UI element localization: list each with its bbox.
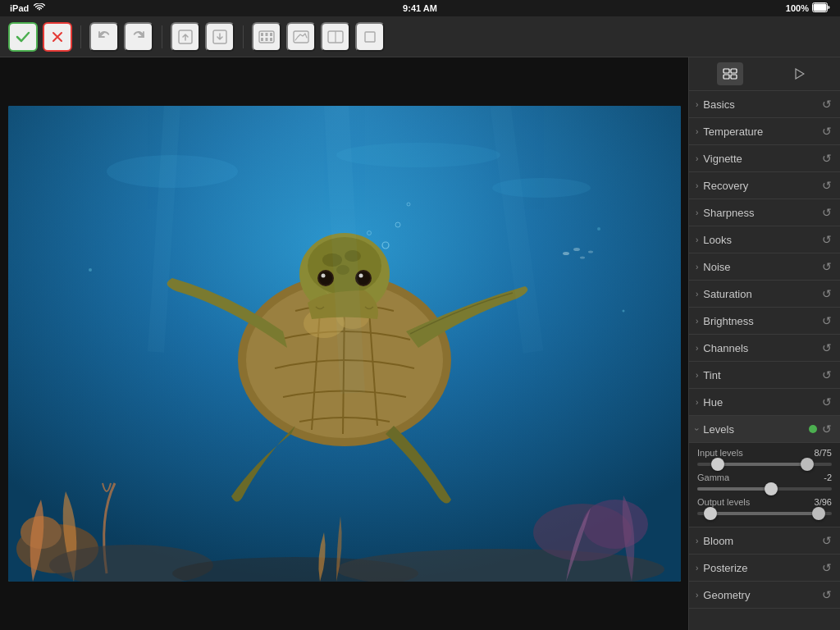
output-levels-thumb-left[interactable] <box>704 507 717 520</box>
panel-item-label: Bloom <box>703 535 820 547</box>
panel-item-recovery[interactable]: › Recovery ↺ <box>689 172 840 199</box>
panel-grid-button[interactable] <box>717 62 743 85</box>
input-levels-label: Input levels <box>697 448 743 458</box>
panel-item-vignette[interactable]: › Vignette ↺ <box>689 145 840 172</box>
panel-item-noise[interactable]: › Noise ↺ <box>689 253 840 281</box>
panel-item-label: Sharpness <box>703 207 820 219</box>
main-content: › Basics ↺ › Temperature ↺ › Vignette ↺ … <box>0 57 840 630</box>
undo-button[interactable] <box>89 22 119 52</box>
gamma-row: Gamma -2 <box>697 472 832 491</box>
panel-item-levels[interactable]: › Levels ↺ <box>689 416 840 443</box>
output-levels-value: 3/96 <box>815 497 832 507</box>
panel-item-hue[interactable]: › Hue ↺ <box>689 389 840 416</box>
output-levels-row: Output levels 3/96 <box>697 497 832 515</box>
device-label: iPad <box>10 3 29 13</box>
panel-items-list: › Basics ↺ › Temperature ↺ › Vignette ↺ … <box>689 91 840 609</box>
reset-button[interactable]: ↺ <box>820 204 833 221</box>
svg-rect-56 <box>731 75 737 79</box>
panel-item-geometry[interactable]: › Geometry ↺ <box>689 582 840 609</box>
panel-item-label: Noise <box>703 261 820 273</box>
status-left: iPad <box>10 3 45 13</box>
reset-button[interactable]: ↺ <box>820 150 833 167</box>
cancel-button[interactable] <box>43 22 72 52</box>
panel-item-temperature[interactable]: › Temperature ↺ <box>689 118 840 145</box>
compare-button[interactable] <box>321 22 350 52</box>
svg-rect-10 <box>270 38 272 41</box>
svg-rect-53 <box>724 69 729 73</box>
reset-button[interactable]: ↺ <box>820 367 833 383</box>
chevron-icon: › <box>696 290 698 299</box>
reset-button[interactable]: ↺ <box>820 258 833 275</box>
gamma-slider[interactable] <box>697 487 832 491</box>
chevron-icon: › <box>696 100 698 109</box>
reset-button[interactable]: ↺ <box>820 96 833 112</box>
svg-point-50 <box>573 248 580 251</box>
svg-point-21 <box>597 227 600 231</box>
panel-item-label: Temperature <box>703 126 820 138</box>
reset-button[interactable]: ↺ <box>820 532 833 549</box>
panel-item-brightness[interactable]: › Brightness ↺ <box>689 308 840 335</box>
reset-button[interactable]: ↺ <box>820 559 833 576</box>
reset-button[interactable]: ↺ <box>820 177 833 194</box>
input-levels-row: Input levels 8/75 <box>697 448 832 466</box>
panel-play-button[interactable] <box>786 62 812 85</box>
reset-button[interactable]: ↺ <box>820 394 833 410</box>
panel-item-channels[interactable]: › Channels ↺ <box>689 335 840 362</box>
crop-button[interactable] <box>355 22 385 52</box>
svg-rect-5 <box>261 33 263 36</box>
active-indicator <box>809 425 817 433</box>
panel-item-tint[interactable]: › Tint ↺ <box>689 362 840 389</box>
status-right: 100% <box>786 2 830 14</box>
svg-point-40 <box>319 272 332 285</box>
input-levels-thumb-right[interactable] <box>801 458 814 471</box>
panel-item-label: Hue <box>703 396 820 409</box>
svg-rect-54 <box>731 69 737 73</box>
filmstrip-button[interactable] <box>252 22 281 52</box>
redo-button[interactable] <box>124 22 153 52</box>
confirm-button[interactable] <box>8 22 38 52</box>
panel-item-saturation[interactable]: › Saturation ↺ <box>689 281 840 308</box>
download-button[interactable] <box>205 22 235 52</box>
svg-rect-1 <box>814 4 827 11</box>
output-levels-label: Output levels <box>697 497 750 507</box>
output-levels-thumb-right[interactable] <box>812 507 825 520</box>
output-levels-slider[interactable] <box>697 512 832 515</box>
reset-button[interactable]: ↺ <box>820 421 833 437</box>
panel-item-posterize[interactable]: › Posterize ↺ <box>689 555 840 582</box>
time-display: 9:41 AM <box>403 3 437 13</box>
panel-top-buttons <box>689 57 840 91</box>
panel-item-label: Channels <box>703 342 820 354</box>
chevron-icon: › <box>696 536 698 546</box>
svg-point-41 <box>321 274 325 278</box>
gamma-label: Gamma <box>697 472 729 482</box>
chevron-icon: › <box>696 591 698 600</box>
battery-percent: 100% <box>786 3 809 13</box>
panel-item-bloom[interactable]: › Bloom ↺ <box>689 527 840 555</box>
chevron-icon: › <box>696 208 698 217</box>
panel-item-looks[interactable]: › Looks ↺ <box>689 226 840 253</box>
panel-item-label: Looks <box>703 234 820 246</box>
input-levels-thumb-left[interactable] <box>711 458 724 471</box>
reset-button[interactable]: ↺ <box>820 123 833 139</box>
panel-item-label: Vignette <box>703 153 820 165</box>
input-levels-value: 8/75 <box>815 448 832 458</box>
panel-item-label: Posterize <box>703 562 820 574</box>
reset-button[interactable]: ↺ <box>820 231 833 248</box>
svg-rect-8 <box>261 38 263 41</box>
reset-button[interactable]: ↺ <box>820 587 833 603</box>
panel-item-label: Geometry <box>703 589 820 601</box>
svg-rect-14 <box>365 32 375 42</box>
chevron-icon: › <box>696 344 698 353</box>
chevron-icon: › <box>696 262 698 272</box>
gamma-thumb[interactable] <box>765 482 778 495</box>
reset-button[interactable]: ↺ <box>820 313 833 329</box>
upload-button[interactable] <box>171 22 200 52</box>
svg-point-49 <box>563 252 569 255</box>
photo-canvas <box>8 106 681 582</box>
panel-item-sharpness[interactable]: › Sharpness ↺ <box>689 199 840 226</box>
reset-button[interactable]: ↺ <box>820 340 833 356</box>
panel-item-basics[interactable]: › Basics ↺ <box>689 91 840 118</box>
reset-button[interactable]: ↺ <box>820 285 833 302</box>
histogram-button[interactable] <box>286 22 316 52</box>
input-levels-slider[interactable] <box>697 463 832 466</box>
